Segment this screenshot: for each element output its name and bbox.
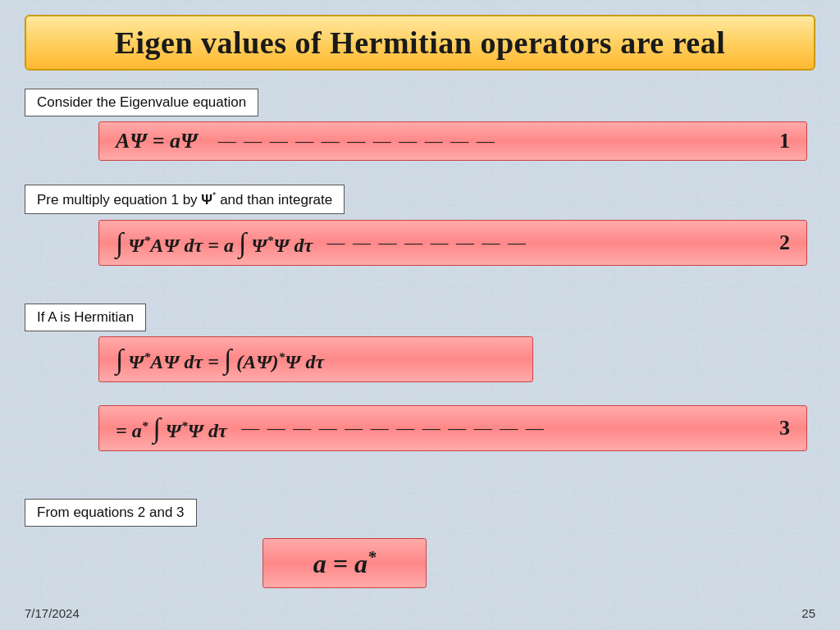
equation-4-box: = a* ∫ Ψ*Ψ dτ — — — — — — — — — — — — 3 (98, 405, 807, 451)
eq1-number: 1 (771, 129, 790, 153)
eq3-content: ∫ Ψ*AΨ dτ = ∫ (AΨ)*Ψ dτ (116, 344, 324, 375)
equation-2-box: ∫ Ψ*AΨ dτ = a ∫ Ψ*Ψ dτ — — — — — — — — 2 (98, 220, 807, 266)
eq1-dashes: — — — — — — — — — — — (206, 130, 771, 152)
premultiply-label: Pre multiply equation 1 by Ψ* and than i… (37, 192, 332, 208)
eq4-dashes: — — — — — — — — — — — — (235, 418, 771, 439)
equation-5-box: a = a* (262, 538, 427, 588)
hermitian-label: If A is Hermitian (37, 309, 134, 325)
eq1-content: AΨ = aΨ (116, 129, 198, 153)
title-box: Eigen values of Hermitian operators are … (25, 15, 815, 71)
consider-label: Consider the Eigenvalue equation (37, 94, 246, 110)
hermitian-text-box: If A is Hermitian (25, 304, 146, 331)
eq5-content: a = a* (313, 547, 377, 579)
slide: Eigen values of Hermitian operators are … (0, 0, 840, 630)
eq4-number: 3 (771, 416, 790, 441)
equation-3-box: ∫ Ψ*AΨ dτ = ∫ (AΨ)*Ψ dτ (98, 336, 533, 382)
slide-title: Eigen values of Hermitian operators are … (115, 25, 726, 60)
from-equations-label: From equations 2 and 3 (37, 504, 185, 520)
eq2-content: ∫ Ψ*AΨ dτ = a ∫ Ψ*Ψ dτ (116, 227, 313, 258)
eq2-dashes: — — — — — — — — (321, 232, 771, 253)
premultiply-text-box: Pre multiply equation 1 by Ψ* and than i… (25, 185, 345, 214)
footer-page-number: 25 (801, 606, 815, 620)
equation-1-box: AΨ = aΨ — — — — — — — — — — — 1 (98, 121, 807, 161)
footer-date: 7/17/2024 (25, 606, 80, 620)
consider-text-box: Consider the Eigenvalue equation (25, 89, 258, 116)
eq4-content: = a* ∫ Ψ*Ψ dτ (116, 413, 227, 444)
eq2-number: 2 (771, 231, 790, 255)
from-equations-text-box: From equations 2 and 3 (25, 499, 197, 527)
